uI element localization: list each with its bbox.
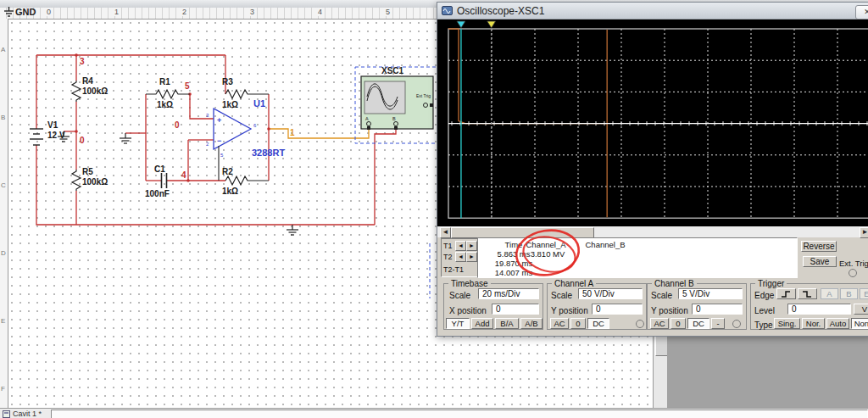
scale-label: Scale xyxy=(449,291,470,300)
trigger-type-none-button[interactable]: None xyxy=(851,318,868,329)
channel-b-minus-button[interactable]: - xyxy=(711,318,725,329)
r4-value: 100kΩ xyxy=(82,86,108,96)
y-position-label: Y position xyxy=(551,306,588,315)
ground-symbol[interactable] xyxy=(120,133,131,143)
reverse-button[interactable]: Reverse xyxy=(801,241,837,252)
output-wire[interactable] xyxy=(269,127,369,138)
wire-junctions xyxy=(75,53,270,182)
t2-time: 19.870 ms xyxy=(495,259,532,268)
falling-edge-button[interactable] xyxy=(798,288,817,299)
channel-b-title: Channel B xyxy=(652,279,697,288)
oscilloscope-app-icon xyxy=(442,5,453,16)
rising-edge-button[interactable] xyxy=(776,288,796,299)
x-position-input[interactable] xyxy=(492,304,539,315)
channel-b-zero-button[interactable]: 0 xyxy=(670,318,686,329)
channel-a-scale-input[interactable] xyxy=(578,288,643,299)
net-number: 5 xyxy=(185,81,190,91)
battery-v1[interactable] xyxy=(30,129,43,145)
channel-b-dc-button[interactable]: DC xyxy=(687,318,709,329)
sheet-tab[interactable]: Cavit 1 * xyxy=(3,410,42,418)
oscilloscope-display xyxy=(437,20,868,227)
channel-a-title: Channel A xyxy=(552,279,596,288)
v1-value: 12 V xyxy=(47,131,65,140)
ba-mode-button[interactable]: B/A xyxy=(495,318,519,329)
display-scrollbar[interactable]: ◄ ► xyxy=(437,226,868,237)
net-number: 1 xyxy=(290,128,295,137)
timebase-scale-input[interactable] xyxy=(478,288,539,299)
resistor-r5[interactable] xyxy=(72,170,81,191)
resistor-r1[interactable] xyxy=(146,90,190,98)
net-number: 0 xyxy=(175,120,180,130)
pin-number: 5 xyxy=(220,153,224,158)
t1-left-arrow[interactable]: ◄ xyxy=(455,241,466,251)
channel-a-y-input[interactable] xyxy=(592,304,643,315)
net-number: 4 xyxy=(181,170,186,180)
type-label: Type xyxy=(754,320,773,330)
channel-a-zero-button[interactable]: 0 xyxy=(570,318,586,329)
scale-label: Scale xyxy=(551,291,572,300)
window-titlebar[interactable]: Oscilloscope-XSC1 xyxy=(437,3,868,20)
trigger-type-auto-button[interactable]: Auto xyxy=(826,318,849,329)
t1-right-arrow[interactable]: ► xyxy=(466,241,477,251)
ground-symbol[interactable] xyxy=(287,225,298,235)
gnd-text: GND xyxy=(15,7,36,17)
ab-mode-button[interactable]: A/B xyxy=(520,318,542,329)
r4-ref: R4 xyxy=(82,76,93,86)
time-header: Time xyxy=(505,240,523,249)
net-number: 3 xyxy=(80,57,85,66)
trigger-level-input[interactable] xyxy=(787,304,851,315)
opamp-plus: + xyxy=(217,116,221,125)
channel-b-probe-dial[interactable] xyxy=(732,320,741,328)
trigger-source-a-button[interactable]: A xyxy=(821,288,838,299)
t1-label: T1 xyxy=(443,242,453,250)
net-number: 0 xyxy=(80,136,85,145)
channel-b-group: Channel B Scale Y position AC 0 DC - xyxy=(647,283,747,330)
pin-number: 6 xyxy=(253,123,257,128)
t2-left-arrow[interactable]: ◄ xyxy=(455,252,466,262)
scrollbar-left-button[interactable]: ◄ xyxy=(440,227,451,238)
t1-time: 5.863 ms xyxy=(497,249,530,259)
rising-edge-icon xyxy=(781,290,793,298)
t2-right-arrow[interactable]: ► xyxy=(466,252,477,262)
channel-a-probe-dial[interactable] xyxy=(636,320,644,328)
channel-a-ac-button[interactable]: AC xyxy=(550,318,569,329)
timebase-title: Timebase xyxy=(448,279,491,288)
trigger-type-normal-button[interactable]: Nor. xyxy=(802,318,825,329)
add-mode-button[interactable]: Add xyxy=(471,318,493,329)
v1-ref: V1 xyxy=(47,120,58,130)
scrollbar-right-button[interactable]: ► xyxy=(860,227,868,238)
trigger-title: Trigger xyxy=(755,279,787,288)
canvas-horizontal-scrollbar[interactable] xyxy=(51,410,868,418)
close-button[interactable]: ✕ xyxy=(855,5,868,20)
channel-b-header: Channel_B xyxy=(585,240,625,249)
oscilloscope-probe-xsc1[interactable]: Ext Trig A B XSC1 xyxy=(355,66,440,143)
trigger-source-b-button[interactable]: B xyxy=(840,288,858,299)
r1-ref: R1 xyxy=(159,77,170,86)
channel-b-ac-button[interactable]: AC xyxy=(650,318,669,329)
oscilloscope-trace-area xyxy=(440,20,868,226)
trigger-source-ext-button[interactable]: Ext xyxy=(860,288,868,299)
resistor-r3[interactable] xyxy=(225,90,269,98)
resistor-r2[interactable] xyxy=(225,176,269,185)
c1-value: 100nF xyxy=(145,189,170,198)
channel-a-dc-button[interactable]: DC xyxy=(587,318,609,329)
resistor-r4[interactable] xyxy=(72,81,81,102)
capacitor-c1[interactable] xyxy=(162,173,167,188)
save-button[interactable]: Save xyxy=(803,256,837,267)
t2-t1-label: T2-T1 xyxy=(443,265,464,274)
channel-b-scale-input[interactable] xyxy=(678,288,743,299)
yt-mode-button[interactable]: Y/T xyxy=(446,318,470,329)
channel-b-y-input[interactable] xyxy=(692,304,743,315)
u1-part: 3288RT xyxy=(252,148,285,158)
trigger-level-unit-select[interactable]: V xyxy=(854,304,868,315)
r5-ref: R5 xyxy=(82,167,93,176)
r3-ref: R3 xyxy=(222,77,233,86)
r2-ref: R2 xyxy=(222,167,233,176)
sheet-tab-bar: Cavit 1 * xyxy=(0,408,868,418)
scale-label: Scale xyxy=(651,291,672,300)
trigger-type-single-button[interactable]: Sing. xyxy=(774,318,800,329)
timebase-group: Timebase Scale X position Y/T Add B/A A/… xyxy=(443,283,543,330)
edge-label: Edge xyxy=(754,291,774,300)
r1-value: 1kΩ xyxy=(157,100,173,109)
ext-trigger-radio[interactable] xyxy=(849,269,857,277)
